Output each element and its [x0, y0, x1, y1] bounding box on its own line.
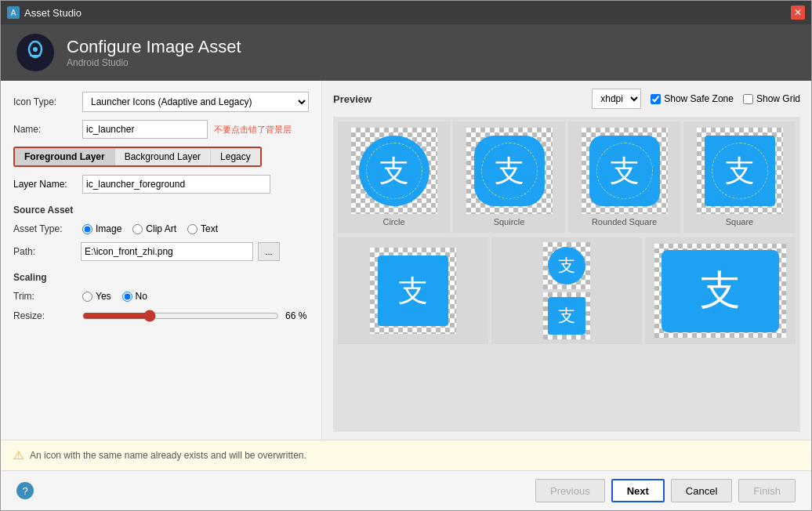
previous-button[interactable]: Previous — [535, 479, 605, 502]
preview-controls: xhdpi mdpi hdpi Show Safe Zone Show Grid — [592, 89, 800, 109]
icon-type-select[interactable]: Launcher Icons (Adaptive and Legacy) — [82, 92, 309, 112]
trim-label: Trim: — [13, 291, 76, 302]
wide-zhi-char: 支 — [700, 263, 741, 318]
window-title: Asset Studio — [24, 7, 82, 19]
close-button[interactable]: ✕ — [791, 5, 805, 20]
finish-button[interactable]: Finish — [738, 479, 796, 502]
cancel-button[interactable]: Cancel — [671, 479, 732, 502]
foreground-layer-tab[interactable]: Foreground Layer — [15, 148, 115, 165]
preview-header: Preview xhdpi mdpi hdpi Show Safe Zone S… — [333, 89, 800, 109]
clipart-radio-text: Clip Art — [146, 223, 176, 234]
wide-icon: 支 — [662, 250, 779, 332]
clipart-radio[interactable] — [132, 224, 143, 234]
small-square-canvas: 支 — [543, 292, 590, 339]
large-zhi-char: 支 — [398, 271, 428, 311]
name-label: Name: — [13, 124, 76, 135]
android-studio-logo — [16, 34, 54, 71]
path-label: Path: — [13, 246, 76, 257]
name-row: Name: 不要点击错了背景层 — [13, 120, 309, 139]
footer-left: ? — [16, 482, 34, 499]
name-input[interactable] — [82, 120, 208, 139]
left-panel: Icon Type: Launcher Icons (Adaptive and … — [1, 81, 322, 440]
asset-type-label: Asset Type: — [13, 223, 76, 234]
rounded-square-zhi-char: 支 — [610, 151, 640, 191]
background-layer-tab[interactable]: Background Layer — [115, 148, 211, 165]
small-circle-zhi-char: 支 — [558, 254, 575, 277]
clipart-radio-label[interactable]: Clip Art — [132, 223, 176, 234]
path-row: Path: ... — [13, 242, 309, 261]
wide-icon-canvas: 支 — [654, 244, 786, 338]
trim-no-label[interactable]: No — [122, 291, 147, 302]
help-button[interactable]: ? — [16, 482, 34, 499]
resize-label: Resize: — [13, 310, 76, 321]
resize-slider[interactable] — [82, 310, 279, 322]
browse-button[interactable]: ... — [258, 242, 280, 261]
show-grid-checkbox[interactable] — [743, 94, 753, 104]
large-icon: 支 — [378, 256, 448, 326]
resize-value: 66 % — [285, 310, 309, 321]
trim-radio-group: Yes No — [82, 291, 147, 302]
square-label: Square — [726, 217, 753, 227]
main-window: A Asset Studio ✕ Configure Image Asset A… — [0, 0, 812, 511]
layer-name-input[interactable] — [82, 175, 270, 194]
large-icon-canvas: 支 — [370, 248, 456, 334]
text-radio[interactable] — [187, 224, 198, 234]
wide-icon-cell: 支 — [645, 237, 796, 344]
density-select[interactable]: xhdpi mdpi hdpi — [592, 89, 641, 109]
page-title: Configure Image Asset — [67, 37, 241, 57]
show-safe-zone-checkbox[interactable] — [651, 94, 661, 104]
circle-preview-canvas: 支 — [351, 128, 437, 214]
right-panel: Preview xhdpi mdpi hdpi Show Safe Zone S… — [322, 81, 811, 440]
squircle-preview-canvas: 支 — [466, 128, 553, 214]
show-grid-label[interactable]: Show Grid — [743, 93, 800, 104]
name-hint: 不要点击错了背景层 — [214, 124, 292, 136]
title-bar: A Asset Studio ✕ — [1, 1, 811, 24]
image-radio[interactable] — [82, 224, 92, 234]
square-icon: 支 — [705, 136, 775, 206]
small-circle-icon: 支 — [548, 247, 585, 284]
rounded-square-label: Rounded Square — [592, 217, 657, 227]
trim-yes-label[interactable]: Yes — [82, 291, 111, 302]
rounded-square-preview-cell: 支 Rounded Square — [568, 121, 680, 233]
asset-studio-icon: A — [7, 6, 20, 19]
image-radio-label[interactable]: Image — [82, 223, 121, 234]
square-preview-cell: 支 Square — [683, 121, 796, 233]
layer-name-label: Layer Name: — [13, 179, 76, 190]
small-icons-cell: 支 支 — [491, 237, 642, 344]
trim-yes-text: Yes — [96, 291, 111, 302]
top-preview-row: 支 Circle 支 Squircle — [338, 121, 796, 233]
large-icon-cell: 支 — [338, 237, 488, 344]
layer-name-row: Layer Name: — [13, 175, 309, 194]
svg-text:A: A — [11, 9, 16, 17]
resize-row: Resize: 66 % — [13, 310, 309, 322]
trim-no-text: No — [136, 291, 147, 302]
trim-yes-radio[interactable] — [82, 292, 92, 302]
icon-type-label: Icon Type: — [13, 96, 76, 107]
show-safe-zone-label[interactable]: Show Safe Zone — [651, 93, 734, 104]
asset-type-row: Asset Type: Image Clip Art Text — [13, 223, 309, 234]
source-asset-title: Source Asset — [13, 205, 309, 216]
main-content: Icon Type: Launcher Icons (Adaptive and … — [1, 81, 811, 440]
text-radio-label[interactable]: Text — [187, 223, 218, 234]
show-safe-zone-text: Show Safe Zone — [664, 93, 734, 104]
app-header: Configure Image Asset Android Studio — [1, 24, 811, 81]
icon-type-row: Icon Type: Launcher Icons (Adaptive and … — [13, 92, 309, 112]
show-grid-text: Show Grid — [756, 93, 800, 104]
circle-icon: 支 — [359, 136, 430, 206]
trim-row: Trim: Yes No — [13, 291, 309, 302]
preview-area: 支 Circle 支 Squircle — [333, 117, 800, 432]
path-input[interactable] — [81, 242, 253, 261]
svg-point-2 — [21, 38, 49, 67]
resize-slider-container: 66 % — [82, 310, 309, 322]
small-square-zhi-char: 支 — [558, 304, 575, 328]
small-circle-canvas: 支 — [543, 242, 590, 289]
footer-buttons: Previous Next Cancel Finish — [535, 479, 796, 502]
svg-point-4 — [33, 47, 38, 52]
circle-label: Circle — [382, 217, 404, 227]
next-button[interactable]: Next — [611, 479, 665, 502]
image-radio-text: Image — [96, 223, 121, 234]
trim-no-radio[interactable] — [122, 292, 132, 302]
warning-bar: ⚠ An icon with the same name already exi… — [1, 440, 811, 470]
legacy-tab[interactable]: Legacy — [211, 148, 260, 165]
footer: ? Previous Next Cancel Finish — [1, 470, 811, 510]
